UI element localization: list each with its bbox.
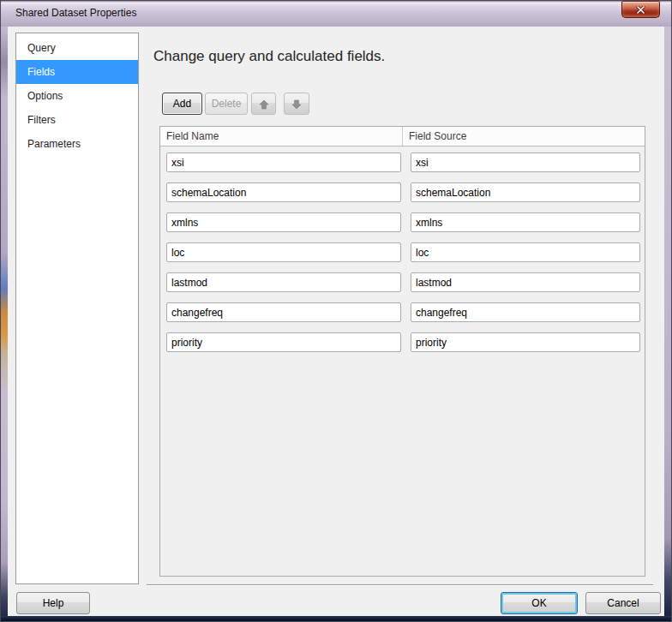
table-row: [160, 212, 645, 242]
down-arrow-icon: [291, 99, 302, 110]
sidebar-item-filters[interactable]: Filters: [16, 108, 138, 132]
move-up-button[interactable]: [251, 93, 276, 115]
window-border-left: [1, 27, 8, 621]
window-border-bottom: [1, 616, 671, 621]
table-row: [160, 272, 645, 302]
move-down-button[interactable]: [284, 93, 309, 115]
fields-table: Field Name Field Source: [159, 126, 645, 577]
field-source-input[interactable]: [411, 302, 640, 322]
field-name-input[interactable]: [166, 153, 401, 172]
dialog-content: Query Fields Options Filters Parameters …: [8, 27, 664, 616]
close-icon: [636, 6, 645, 14]
footer-separator: [147, 584, 653, 586]
sidebar-item-options[interactable]: Options: [16, 84, 138, 108]
table-row: [160, 153, 645, 182]
window-border-right: [664, 27, 671, 621]
table-body: [160, 147, 645, 362]
sidebar: Query Fields Options Filters Parameters: [15, 33, 139, 584]
page-title: Change query and calculated fields.: [153, 48, 385, 65]
delete-button[interactable]: Delete: [205, 93, 248, 115]
window-title: Shared Dataset Properties: [15, 1, 136, 27]
field-source-input[interactable]: [411, 153, 640, 172]
field-name-input[interactable]: [166, 332, 401, 352]
close-button[interactable]: [621, 1, 660, 18]
column-header-field-name: Field Name: [160, 127, 403, 146]
sidebar-item-parameters[interactable]: Parameters: [16, 132, 138, 156]
titlebar[interactable]: Shared Dataset Properties: [1, 1, 671, 27]
field-source-input[interactable]: [411, 182, 640, 202]
table-header: Field Name Field Source: [160, 127, 645, 147]
field-name-input[interactable]: [166, 242, 401, 262]
add-button[interactable]: Add: [162, 93, 202, 115]
table-row: [160, 332, 645, 362]
sidebar-item-query[interactable]: Query: [16, 36, 138, 60]
sidebar-item-fields[interactable]: Fields: [16, 60, 138, 84]
field-name-input[interactable]: [166, 272, 401, 292]
field-source-input[interactable]: [411, 272, 640, 292]
table-row: [160, 182, 645, 212]
column-header-field-source: Field Source: [403, 127, 645, 146]
table-row: [160, 242, 645, 272]
ok-button[interactable]: OK: [501, 592, 578, 614]
cancel-button[interactable]: Cancel: [585, 592, 661, 614]
field-name-input[interactable]: [166, 182, 401, 202]
field-source-input[interactable]: [411, 212, 640, 232]
field-source-input[interactable]: [411, 332, 640, 352]
shared-dataset-properties-dialog: Shared Dataset Properties Query Fields O…: [0, 0, 672, 622]
field-source-input[interactable]: [411, 242, 640, 262]
help-button[interactable]: Help: [16, 592, 90, 614]
table-row: [160, 302, 645, 332]
field-name-input[interactable]: [166, 302, 401, 322]
field-name-input[interactable]: [166, 212, 401, 232]
up-arrow-icon: [259, 99, 269, 110]
